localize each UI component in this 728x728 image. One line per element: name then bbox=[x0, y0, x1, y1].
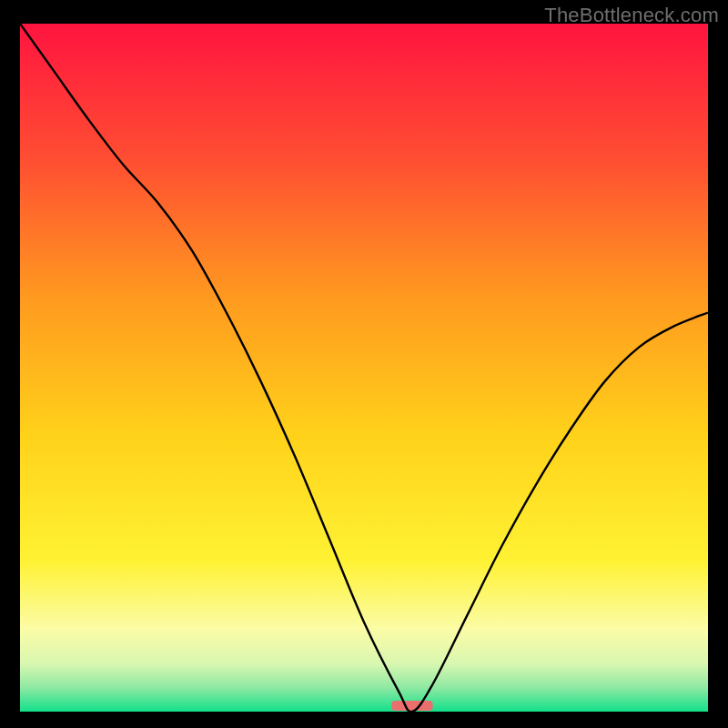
optimal-marker bbox=[391, 701, 432, 711]
chart-frame: TheBottleneck.com bbox=[0, 0, 728, 728]
bottleneck-plot bbox=[20, 24, 708, 712]
gradient-background bbox=[20, 24, 708, 712]
watermark-text: TheBottleneck.com bbox=[544, 4, 719, 27]
chart-svg bbox=[20, 24, 708, 712]
